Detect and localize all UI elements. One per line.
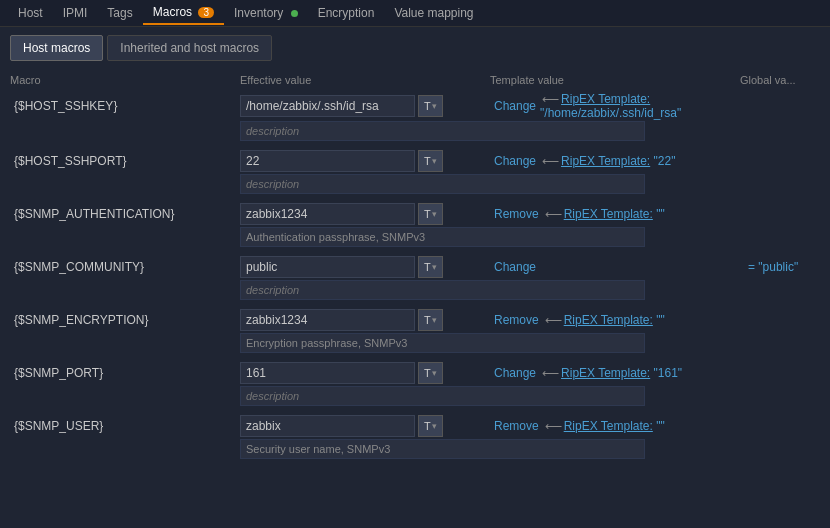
left-arrow-icon: ⟵ <box>545 419 562 433</box>
template-quoted-sshport: "22" <box>654 154 676 168</box>
macro-value-cell-sshkey: T▾ <box>240 95 490 117</box>
chevron-down-icon: ▾ <box>432 101 437 111</box>
description-input-snmp_user[interactable] <box>240 439 645 459</box>
macro-name-sshkey: {$HOST_SSHKEY} <box>10 97 240 115</box>
type-button-sshport[interactable]: T▾ <box>418 150 443 172</box>
chevron-down-icon: ▾ <box>432 315 437 325</box>
type-label: T <box>424 208 431 220</box>
macro-row-snmp_community: {$SNMP_COMMUNITY}T▾Change= "public" <box>10 254 820 280</box>
macro-input-sshkey[interactable] <box>240 95 415 117</box>
chevron-down-icon: ▾ <box>432 209 437 219</box>
chevron-down-icon: ▾ <box>432 156 437 166</box>
template-link-sshport[interactable]: RipEX Template: <box>561 154 650 168</box>
template-link-sshkey[interactable]: RipEX Template: <box>561 92 650 106</box>
type-label: T <box>424 100 431 112</box>
macro-input-sshport[interactable] <box>240 150 415 172</box>
type-label: T <box>424 420 431 432</box>
description-input-sshport[interactable] <box>240 174 645 194</box>
type-button-snmp_auth[interactable]: T▾ <box>418 203 443 225</box>
macro-list: {$HOST_SSHKEY}T▾Change⟵RipEX Template: "… <box>10 91 820 464</box>
macro-input-snmp_auth[interactable] <box>240 203 415 225</box>
macro-name-snmp_user: {$SNMP_USER} <box>10 417 240 435</box>
description-row-snmp_port <box>10 386 820 408</box>
sub-tab-host-macros[interactable]: Host macros <box>10 35 103 61</box>
action-remove-snmp_user[interactable]: Remove <box>494 419 539 433</box>
col-macro: Macro <box>10 74 240 86</box>
type-button-snmp_user[interactable]: T▾ <box>418 415 443 437</box>
template-link-snmp_encryption[interactable]: RipEX Template: <box>564 313 653 327</box>
macro-group-snmp_community: {$SNMP_COMMUNITY}T▾Change= "public" <box>10 254 820 305</box>
description-spacer-snmp_port <box>10 386 240 408</box>
inventory-dot <box>291 10 298 17</box>
macro-name-snmp_community: {$SNMP_COMMUNITY} <box>10 258 240 276</box>
template-link-snmp_user[interactable]: RipEX Template: <box>564 419 653 433</box>
template-quoted-snmp_encryption: "" <box>656 313 665 327</box>
type-button-snmp_port[interactable]: T▾ <box>418 362 443 384</box>
macro-group-snmp_encryption: {$SNMP_ENCRYPTION}T▾Remove⟵RipEX Templat… <box>10 307 820 358</box>
nav-tags[interactable]: Tags <box>97 2 142 24</box>
nav-host[interactable]: Host <box>8 2 53 24</box>
col-global-value: Global va... <box>740 74 820 86</box>
type-button-sshkey[interactable]: T▾ <box>418 95 443 117</box>
description-spacer-sshkey <box>10 121 240 143</box>
template-arrow-snmp_encryption: ⟵RipEX Template: "" <box>543 313 665 327</box>
macro-group-snmp_user: {$SNMP_USER}T▾Remove⟵RipEX Template: "" <box>10 413 820 464</box>
type-label: T <box>424 314 431 326</box>
action-change-snmp_community[interactable]: Change <box>494 260 536 274</box>
description-input-sshkey[interactable] <box>240 121 645 141</box>
left-arrow-icon: ⟵ <box>545 207 562 221</box>
left-arrow-icon: ⟵ <box>542 92 559 106</box>
macro-input-snmp_user[interactable] <box>240 415 415 437</box>
template-arrow-sshport: ⟵RipEX Template: "22" <box>540 154 675 168</box>
template-arrow-snmp_user: ⟵RipEX Template: "" <box>543 419 665 433</box>
description-input-snmp_port[interactable] <box>240 386 645 406</box>
macro-value-cell-snmp_port: T▾ <box>240 362 490 384</box>
action-change-sshkey[interactable]: Change <box>494 99 536 113</box>
macro-input-snmp_port[interactable] <box>240 362 415 384</box>
nav-macros[interactable]: Macros 3 <box>143 1 224 25</box>
nav-ipmi[interactable]: IPMI <box>53 2 98 24</box>
col-effective-value: Effective value <box>240 74 490 86</box>
template-link-snmp_auth[interactable]: RipEX Template: <box>564 207 653 221</box>
sub-tab-inherited[interactable]: Inherited and host macros <box>107 35 272 61</box>
macro-actions-snmp_encryption: Remove⟵RipEX Template: "" <box>490 313 740 327</box>
macro-actions-snmp_community: Change <box>490 260 740 274</box>
nav-value-mapping[interactable]: Value mapping <box>384 2 483 24</box>
template-quoted-snmp_auth: "" <box>656 207 665 221</box>
template-link-snmp_port[interactable]: RipEX Template: <box>561 366 650 380</box>
global-value-snmp_community: = "public" <box>740 260 820 274</box>
action-change-snmp_port[interactable]: Change <box>494 366 536 380</box>
action-remove-snmp_auth[interactable]: Remove <box>494 207 539 221</box>
main-content: Host macros Inherited and host macros Ma… <box>0 27 830 474</box>
macro-actions-snmp_user: Remove⟵RipEX Template: "" <box>490 419 740 433</box>
template-quoted-sshkey: "/home/zabbix/.ssh/id_rsa" <box>540 106 681 120</box>
description-input-snmp_auth[interactable] <box>240 227 645 247</box>
description-spacer-snmp_user <box>10 439 240 461</box>
action-change-sshport[interactable]: Change <box>494 154 536 168</box>
nav-inventory[interactable]: Inventory <box>224 2 308 24</box>
description-input-snmp_encryption[interactable] <box>240 333 645 353</box>
macro-name-sshport: {$HOST_SSHPORT} <box>10 152 240 170</box>
macro-input-snmp_encryption[interactable] <box>240 309 415 331</box>
left-arrow-icon: ⟵ <box>542 366 559 380</box>
macro-name-snmp_port: {$SNMP_PORT} <box>10 364 240 382</box>
description-input-snmp_community[interactable] <box>240 280 645 300</box>
left-arrow-icon: ⟵ <box>545 313 562 327</box>
description-row-snmp_user <box>10 439 820 461</box>
template-quoted-snmp_user: "" <box>656 419 665 433</box>
top-navigation: Host IPMI Tags Macros 3 Inventory Encryp… <box>0 0 830 27</box>
macro-row-sshport: {$HOST_SSHPORT}T▾Change⟵RipEX Template: … <box>10 148 820 174</box>
macro-input-snmp_community[interactable] <box>240 256 415 278</box>
nav-encryption[interactable]: Encryption <box>308 2 385 24</box>
left-arrow-icon: ⟵ <box>542 154 559 168</box>
macro-group-snmp_port: {$SNMP_PORT}T▾Change⟵RipEX Template: "16… <box>10 360 820 411</box>
type-button-snmp_community[interactable]: T▾ <box>418 256 443 278</box>
type-button-snmp_encryption[interactable]: T▾ <box>418 309 443 331</box>
action-remove-snmp_encryption[interactable]: Remove <box>494 313 539 327</box>
macro-row-snmp_port: {$SNMP_PORT}T▾Change⟵RipEX Template: "16… <box>10 360 820 386</box>
description-row-sshport <box>10 174 820 196</box>
macro-value-cell-snmp_community: T▾ <box>240 256 490 278</box>
description-spacer-snmp_encryption <box>10 333 240 355</box>
macro-row-sshkey: {$HOST_SSHKEY}T▾Change⟵RipEX Template: "… <box>10 91 820 121</box>
col-template-value: Template value <box>490 74 740 86</box>
